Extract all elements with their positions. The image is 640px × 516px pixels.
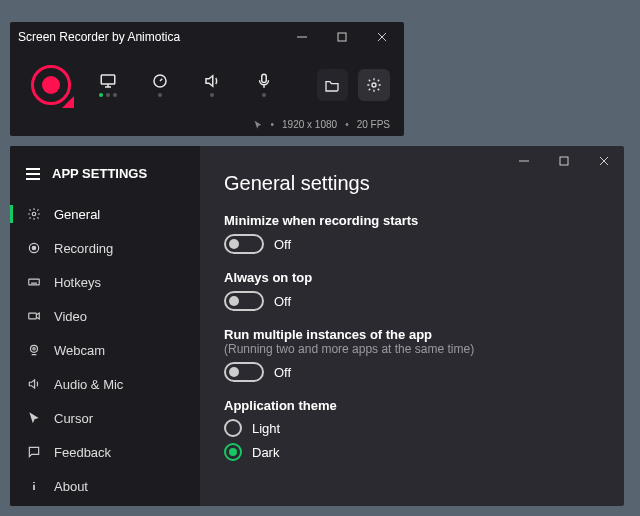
sidebar-item-feedback[interactable]: Feedback [10,435,200,469]
gauge-icon [151,72,169,90]
setting-sublabel: (Running two and more apps at the same t… [224,342,600,356]
quality-button[interactable] [143,72,177,97]
svg-point-4 [372,83,376,87]
sidebar-item-about[interactable]: About [10,469,200,503]
sidebar-item-label: Hotkeys [54,275,101,290]
cursor-icon [253,120,263,130]
setting-minimize: Minimize when recording starts Off [224,213,600,254]
recorder-toolbar [10,52,404,117]
setting-theme: Application theme Light Dark [224,398,600,461]
sidebar-item-label: Feedback [54,445,111,460]
toggle-state: Off [274,294,291,309]
recorder-footer: 1920 x 1080 20 FPS [10,117,404,136]
minimize-button[interactable] [282,22,322,52]
sidebar-item-webcam[interactable]: Webcam [10,333,200,367]
svg-rect-9 [29,313,37,319]
status-resolution: 1920 x 1080 [282,119,337,130]
sidebar-item-label: Cursor [54,411,93,426]
toggle-ontop[interactable]: Off [224,291,600,311]
recorder-window: Screen Recorder by Animotica [10,22,404,136]
monitor-icon [99,72,117,90]
record-button[interactable] [28,62,74,108]
theme-option-light[interactable]: Light [224,419,600,437]
setting-label: Run multiple instances of the app [224,327,600,342]
sidebar-title: APP SETTINGS [52,166,147,181]
sidebar-item-hotkeys[interactable]: Hotkeys [10,265,200,299]
settings-window: APP SETTINGS General Recording Hotkeys V… [10,146,624,506]
keyboard-icon [26,274,42,290]
sidebar-item-label: Audio & Mic [54,377,123,392]
setting-label: Application theme [224,398,600,413]
recordings-folder-button[interactable] [317,69,349,101]
svg-rect-1 [102,75,116,84]
svg-point-5 [32,212,36,216]
info-icon [26,478,42,494]
sidebar-item-cursor[interactable]: Cursor [10,401,200,435]
svg-point-11 [33,348,35,350]
hamburger-icon [26,168,40,180]
settings-button[interactable] [358,69,390,101]
svg-point-7 [32,246,36,250]
setting-label: Minimize when recording starts [224,213,600,228]
screen-source-button[interactable] [92,72,126,97]
chat-icon [26,444,42,460]
setting-always-on-top: Always on top Off [224,270,600,311]
video-icon [26,308,42,324]
sidebar-header[interactable]: APP SETTINGS [10,154,200,197]
sidebar-item-label: General [54,207,100,222]
gear-icon [366,77,382,93]
mic-icon [255,72,273,90]
svg-point-10 [31,345,38,352]
toggle-multi[interactable]: Off [224,362,600,382]
system-audio-button[interactable] [195,72,229,97]
microphone-button[interactable] [247,72,281,97]
recorder-titlebar[interactable]: Screen Recorder by Animotica [10,22,404,52]
speaker-icon [26,376,42,392]
svg-rect-8 [29,279,40,285]
minimize-button[interactable] [504,146,544,176]
sidebar-item-label: Webcam [54,343,105,358]
sidebar: APP SETTINGS General Recording Hotkeys V… [10,146,200,506]
sidebar-item-video[interactable]: Video [10,299,200,333]
radio-label: Dark [252,445,279,460]
close-button[interactable] [362,22,402,52]
setting-multi-instance: Run multiple instances of the app (Runni… [224,327,600,382]
toggle-minimize[interactable]: Off [224,234,600,254]
sidebar-item-recording[interactable]: Recording [10,231,200,265]
close-button[interactable] [584,146,624,176]
speaker-icon [203,72,221,90]
radio-label: Light [252,421,280,436]
sidebar-item-general[interactable]: General [10,197,200,231]
sidebar-item-label: Video [54,309,87,324]
status-fps: 20 FPS [357,119,390,130]
toggle-state: Off [274,365,291,380]
svg-rect-3 [261,74,266,82]
folder-icon [324,77,340,93]
settings-main: General settings Minimize when recording… [200,146,624,506]
recorder-title-text: Screen Recorder by Animotica [18,30,180,44]
cursor-icon [26,410,42,426]
maximize-button[interactable] [322,22,362,52]
gear-icon [26,206,42,222]
sidebar-item-audio[interactable]: Audio & Mic [10,367,200,401]
toggle-state: Off [274,237,291,252]
record-icon [26,240,42,256]
maximize-button[interactable] [544,146,584,176]
webcam-icon [26,342,42,358]
theme-option-dark[interactable]: Dark [224,443,600,461]
sidebar-item-label: Recording [54,241,113,256]
svg-rect-0 [338,33,346,41]
sidebar-item-label: About [54,479,88,494]
svg-rect-12 [560,157,568,165]
setting-label: Always on top [224,270,600,285]
